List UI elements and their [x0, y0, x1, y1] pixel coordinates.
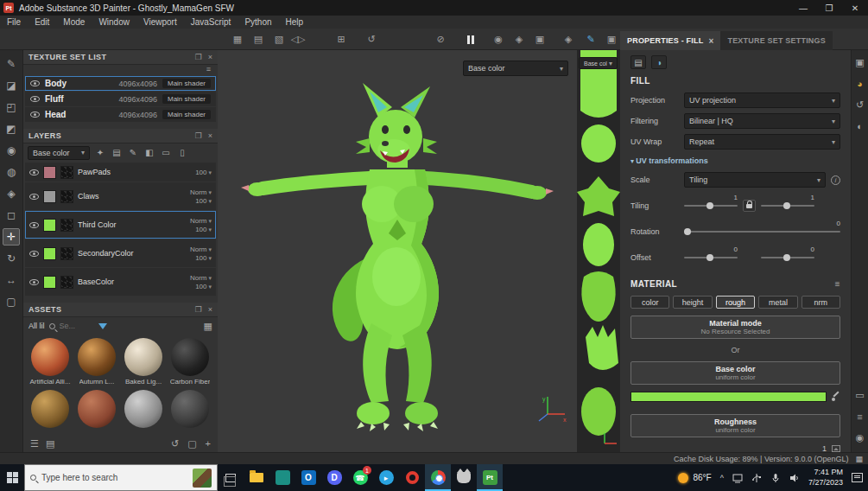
menu-javascript[interactable]: JavaScript [191, 17, 231, 27]
float-panel-icon[interactable]: ❐ [195, 53, 202, 61]
show-hidden-icons-chevron[interactable]: ^ [720, 474, 724, 482]
slider-knob[interactable] [706, 254, 713, 261]
add-effect-icon[interactable]: ✦ [94, 148, 106, 157]
history-icon[interactable]: ↺ [363, 31, 380, 48]
texture-set-row-body[interactable]: Body 4096x4096 Main shader [25, 76, 216, 91]
menu-file[interactable]: File [7, 17, 21, 27]
tab-properties-fill[interactable]: PROPERTIES - FILL × [620, 31, 720, 50]
add-layer-icon[interactable]: ▤ [111, 148, 123, 157]
texture-set-row-head[interactable]: Head 4096x4096 Main shader [25, 107, 216, 122]
taskbar-outlook[interactable]: O [295, 464, 321, 491]
menu-python[interactable]: Python [244, 17, 271, 27]
task-view-button[interactable] [218, 464, 244, 491]
visibility-eye-icon[interactable] [29, 169, 39, 175]
visibility-eye-icon[interactable] [30, 96, 40, 102]
rotate-tool[interactable]: ↻ [3, 250, 20, 267]
taskbar-chrome[interactable] [425, 464, 451, 491]
taskbar-substance-painter[interactable]: Pt [477, 464, 503, 491]
base-color-button[interactable]: Base color uniform color [630, 361, 840, 385]
speaker-icon[interactable] [789, 473, 800, 483]
action-center-button[interactable] [852, 473, 863, 482]
slider-knob[interactable] [706, 202, 713, 209]
offset-x-slider[interactable]: 0 [684, 257, 738, 258]
rotation-slider[interactable]: 0 [684, 231, 840, 233]
scale-dropdown[interactable]: Tiling [684, 172, 826, 188]
tile-grid-icon[interactable]: ▦ [229, 31, 246, 48]
taskbar-clock[interactable]: 7:41 PM 7/27/2023 [808, 468, 843, 488]
settings-sliders-icon[interactable]: ≡ [857, 411, 862, 422]
network-icon[interactable] [732, 473, 743, 483]
start-button[interactable] [0, 464, 24, 491]
library-selector[interactable]: All lil [29, 322, 45, 330]
paint-tool[interactable]: ✎ [3, 55, 20, 73]
asset-item[interactable]: Carbon Fiber [168, 338, 212, 386]
detail-view-icon[interactable]: ▤ [46, 438, 54, 450]
stamp-icon[interactable]: ◈ [560, 31, 577, 48]
tile-horizontal-icon[interactable]: ▤ [250, 31, 267, 48]
usb-icon[interactable] [751, 473, 762, 483]
taskbar-wolf-app[interactable] [451, 464, 477, 491]
taskbar-file-explorer[interactable] [244, 464, 269, 491]
tiling-x-slider[interactable]: 1 [684, 205, 738, 207]
layer-row-pawpads[interactable]: PawPads 100 [25, 163, 216, 182]
add-folder-icon[interactable]: ▭ [160, 148, 172, 157]
float-panel-icon[interactable]: ❐ [195, 305, 202, 314]
view2d-channel-dropdown[interactable]: Base col... [579, 57, 618, 69]
symmetry-icon[interactable]: ◁▷ [289, 31, 307, 48]
uv-transformations-header[interactable]: UV transformations [630, 156, 840, 165]
close-button[interactable]: ✕ [842, 0, 868, 16]
status-grid-icon[interactable]: ▦ [855, 455, 863, 463]
refresh-icon[interactable]: ↺ [171, 438, 179, 450]
add-paint-layer-icon[interactable]: ✎ [127, 148, 139, 157]
offset-y-slider[interactable]: 0 [761, 257, 814, 258]
viewport-2d-strip[interactable]: Base col... [577, 50, 620, 452]
asset-item[interactable]: Artificial Alli... [29, 338, 72, 386]
add-fill-layer-icon[interactable]: ◧ [143, 148, 155, 157]
visibility-eye-icon[interactable] [29, 194, 39, 200]
grid-view-icon[interactable]: ▦ [204, 321, 212, 332]
layer-opacity[interactable]: 100 [195, 169, 212, 176]
pause-engine-icon[interactable] [462, 31, 479, 48]
shader-ball-icon[interactable]: ◑ [651, 55, 667, 69]
weather-widget[interactable]: 86°F [678, 473, 711, 483]
visibility-eye-icon[interactable] [30, 80, 40, 86]
layer-opacity[interactable]: 100 [195, 226, 212, 233]
layer-blend-mode[interactable]: Norm [190, 246, 212, 253]
layer-row-third-color[interactable]: Third Color Norm 100 [25, 211, 216, 239]
taskbar-whatsapp[interactable]: ☎ 1 [347, 464, 373, 491]
taskbar-telegram[interactable]: ▸ [373, 464, 399, 491]
eraser-tool[interactable]: ◪ [3, 77, 20, 94]
asset-item[interactable] [75, 390, 118, 429]
layer-blend-mode[interactable]: Norm [190, 274, 212, 282]
help-icon[interactable]: ◉ [856, 432, 865, 443]
layer-row-claws[interactable]: Claws Norm 100 [25, 182, 216, 210]
delete-layer-icon[interactable]: ▯ [176, 148, 188, 157]
material-options-icon[interactable]: ≡ [835, 279, 840, 289]
material-picker-tool[interactable]: ◈ [3, 185, 20, 202]
base-color-swatch[interactable] [630, 392, 827, 402]
visibility-eye-icon[interactable] [30, 112, 40, 118]
close-panel-icon[interactable]: × [208, 305, 212, 314]
disable-overlay-icon[interactable]: ⊘ [432, 31, 449, 48]
render-camera-icon[interactable]: ▣ [531, 31, 548, 48]
asset-item[interactable] [122, 390, 165, 429]
polygon-fill-tool[interactable]: ◩ [3, 120, 20, 137]
scale-tool[interactable]: ↔ [3, 271, 20, 289]
float-panel-icon[interactable]: ❐ [195, 131, 202, 140]
tile-vertical-icon[interactable]: ▧ [270, 31, 288, 48]
projection-tool[interactable]: ◰ [3, 99, 20, 116]
shader-settings-icon[interactable]: ◐ [857, 121, 863, 131]
texture-thumbnail-icon[interactable] [832, 445, 840, 452]
channel-metal[interactable]: metal [758, 296, 797, 309]
asset-item[interactable] [168, 390, 212, 429]
microphone-icon[interactable] [770, 473, 781, 483]
channel-rough[interactable]: rough [716, 296, 755, 309]
asset-item[interactable]: Baked Lig... [122, 338, 165, 386]
viewport-3d[interactable]: Base color [218, 50, 577, 452]
channel-height[interactable]: height [673, 296, 712, 309]
spray-icon[interactable]: ◉ [490, 31, 507, 48]
tiling-lock-button[interactable] [743, 200, 756, 212]
menu-window[interactable]: Window [98, 17, 130, 27]
maximize-button[interactable]: ❐ [816, 0, 842, 16]
character-model[interactable] [218, 50, 577, 452]
